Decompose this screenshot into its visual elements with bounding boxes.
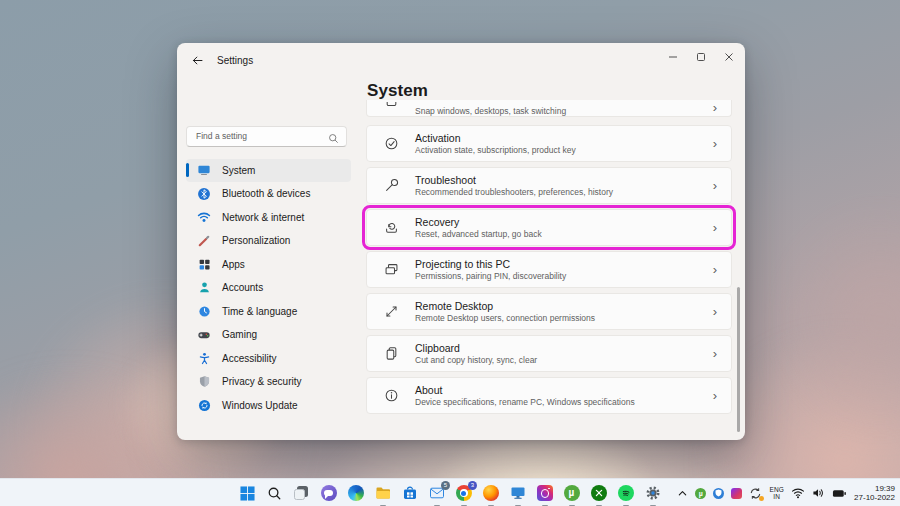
chat-icon[interactable] bbox=[320, 485, 337, 502]
item-title: Recovery bbox=[415, 216, 697, 229]
item-title: Troubleshoot bbox=[415, 174, 697, 187]
remote-desktop-icon bbox=[383, 304, 399, 320]
window-title: Settings bbox=[217, 55, 253, 66]
search-icon bbox=[328, 130, 339, 148]
chevron-right-icon: › bbox=[713, 391, 717, 401]
sidebar-item-label: System bbox=[222, 165, 255, 176]
xbox-icon[interactable] bbox=[590, 485, 607, 502]
mail-badge: 5 bbox=[441, 481, 450, 490]
item-subtitle: Device specifications, rename PC, Window… bbox=[415, 397, 697, 408]
tray-overflow-chevron-icon[interactable] bbox=[677, 488, 688, 499]
tray-wifi-icon[interactable] bbox=[791, 487, 805, 499]
tray-media-app-icon[interactable] bbox=[731, 488, 742, 499]
sidebar-item-label: Accounts bbox=[222, 282, 263, 293]
clock-icon bbox=[197, 304, 211, 318]
language-indicator[interactable]: ENG IN bbox=[769, 486, 784, 500]
update-icon bbox=[197, 398, 211, 412]
sidebar-item-apps[interactable]: Apps bbox=[186, 253, 351, 277]
tray-security-icon[interactable] bbox=[713, 488, 724, 499]
taskbar-search-icon[interactable] bbox=[266, 485, 283, 502]
minimize-button[interactable] bbox=[659, 44, 687, 70]
sidebar-item-label: Privacy & security bbox=[222, 376, 301, 387]
settings-gear-icon[interactable] bbox=[644, 485, 661, 502]
item-subtitle: Permissions, pairing PIN, discoverabilit… bbox=[415, 271, 697, 282]
settings-item-clipboard[interactable]: Clipboard Cut and copy history, sync, cl… bbox=[366, 335, 732, 372]
back-icon[interactable] bbox=[191, 54, 204, 67]
sidebar-item-label: Network & internet bbox=[222, 212, 304, 223]
chevron-right-icon: › bbox=[713, 101, 717, 113]
sidebar-item-label: Windows Update bbox=[222, 400, 298, 411]
settings-item-about[interactable]: About Device specifications, rename PC, … bbox=[366, 377, 732, 414]
display-app-icon[interactable] bbox=[509, 485, 526, 502]
task-view-icon[interactable] bbox=[293, 485, 310, 502]
tray-battery-icon[interactable] bbox=[832, 488, 847, 499]
taskbar: 5 3 µ µ bbox=[0, 478, 900, 506]
system-icon bbox=[197, 163, 211, 177]
titlebar: Settings bbox=[177, 43, 745, 77]
sidebar-item-bluetooth-devices[interactable]: Bluetooth & devices bbox=[186, 182, 351, 206]
troubleshoot-icon bbox=[383, 178, 399, 194]
file-explorer-icon[interactable] bbox=[374, 485, 391, 502]
search-input[interactable] bbox=[186, 126, 347, 147]
sidebar-item-privacy-security[interactable]: Privacy & security bbox=[186, 370, 351, 394]
person-icon bbox=[197, 281, 211, 295]
clipboard-icon bbox=[383, 346, 399, 362]
sidebar-item-windows-update[interactable]: Windows Update bbox=[186, 394, 351, 418]
chrome-icon[interactable]: 3 bbox=[455, 485, 472, 502]
settings-item-remote-desktop[interactable]: Remote Desktop Remote Desktop users, con… bbox=[366, 293, 732, 330]
settings-window: Settings System bbox=[177, 43, 745, 440]
desktop: Settings System bbox=[0, 0, 900, 506]
maximize-button[interactable] bbox=[687, 44, 715, 70]
sidebar-item-accounts[interactable]: Accounts bbox=[186, 276, 351, 300]
sidebar-item-system[interactable]: System bbox=[186, 159, 351, 183]
settings-item-activation[interactable]: Activation Activation state, subscriptio… bbox=[366, 125, 732, 162]
item-title: Remote Desktop bbox=[415, 300, 697, 313]
spotify-icon[interactable] bbox=[617, 485, 634, 502]
tray-volume-icon[interactable] bbox=[812, 487, 825, 499]
store-icon[interactable] bbox=[401, 485, 418, 502]
close-button[interactable] bbox=[715, 44, 743, 70]
instagram-icon[interactable] bbox=[536, 485, 553, 502]
chevron-right-icon: › bbox=[713, 349, 717, 359]
activation-icon bbox=[383, 136, 399, 152]
item-subtitle: Reset, advanced startup, go back bbox=[415, 229, 697, 240]
task-view-front-pane bbox=[294, 489, 305, 500]
wifi-nav-icon bbox=[197, 210, 211, 224]
accessibility-icon bbox=[197, 351, 211, 365]
settings-item-projecting[interactable]: Projecting to this PC Permissions, pairi… bbox=[366, 251, 732, 288]
sidebar-item-gaming[interactable]: Gaming bbox=[186, 323, 351, 347]
settings-item-multitasking-partial[interactable]: Snap windows, desktops, task switching › bbox=[366, 100, 732, 117]
sidebar-item-personalization[interactable]: Personalization bbox=[186, 229, 351, 253]
settings-content: System Snap windows, desktops, task swit… bbox=[366, 77, 745, 440]
item-subtitle: Recommended troubleshooters, preferences… bbox=[415, 187, 697, 198]
firefox-icon[interactable] bbox=[482, 485, 499, 502]
sidebar-item-accessibility[interactable]: Accessibility bbox=[186, 347, 351, 371]
tray-sync-icon[interactable] bbox=[749, 487, 762, 500]
shield-icon bbox=[197, 375, 211, 389]
item-title: Projecting to this PC bbox=[415, 258, 697, 271]
edge-icon[interactable] bbox=[347, 485, 364, 502]
sidebar-item-time-language[interactable]: Time & language bbox=[186, 300, 351, 324]
item-subtitle: Cut and copy history, sync, clear bbox=[415, 355, 697, 366]
sidebar-item-label: Gaming bbox=[222, 329, 257, 340]
settings-item-troubleshoot[interactable]: Troubleshoot Recommended troubleshooters… bbox=[366, 167, 732, 204]
item-title: About bbox=[415, 384, 697, 397]
sidebar-item-label: Accessibility bbox=[222, 353, 276, 364]
start-button[interactable] bbox=[239, 485, 256, 502]
scrollbar-thumb[interactable] bbox=[737, 287, 740, 432]
gamepad-icon bbox=[197, 328, 211, 342]
multitasking-icon bbox=[383, 101, 399, 117]
mail-icon[interactable]: 5 bbox=[428, 485, 445, 502]
tray-clock[interactable]: 19:39 27-10-2022 bbox=[854, 484, 895, 503]
settings-item-recovery[interactable]: Recovery Reset, advanced startup, go bac… bbox=[366, 209, 732, 246]
page-title: System bbox=[367, 81, 745, 100]
brush-icon bbox=[197, 234, 211, 248]
chevron-right-icon: › bbox=[713, 181, 717, 191]
sidebar-item-network-internet[interactable]: Network & internet bbox=[186, 206, 351, 230]
sidebar-item-label: Time & language bbox=[222, 306, 297, 317]
sync-alert-dot bbox=[759, 496, 764, 501]
utorrent-icon[interactable]: µ bbox=[563, 485, 580, 502]
tray-utorrent-icon[interactable]: µ bbox=[695, 488, 706, 499]
apps-icon bbox=[197, 257, 211, 271]
chevron-right-icon: › bbox=[713, 307, 717, 317]
